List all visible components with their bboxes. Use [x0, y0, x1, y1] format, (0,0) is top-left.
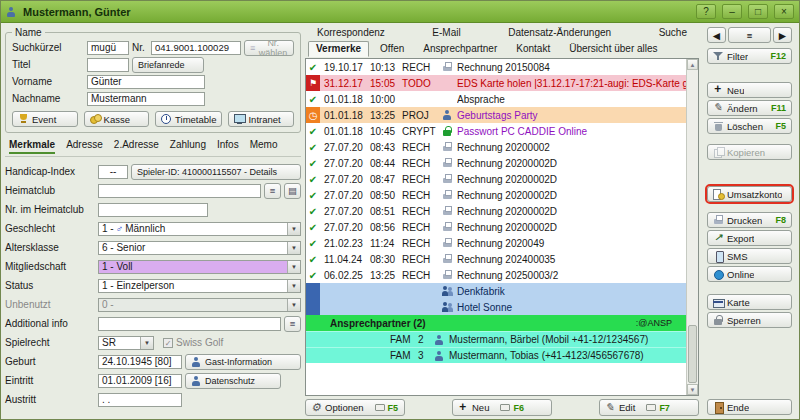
spieler-id-button[interactable]: Spieler-ID: 410000115507 - Details [131, 164, 301, 180]
table-scrollbar[interactable]: ▲ ▼ [686, 59, 698, 395]
additional-info-input[interactable] [98, 317, 281, 331]
action-button[interactable]: Filter F12 [707, 48, 792, 64]
vorname-input[interactable]: Günter [87, 75, 205, 89]
mitgliedschaft-select[interactable]: 1 - Voll ▼ [98, 260, 301, 274]
table-row[interactable]: Denkfabrik [306, 283, 686, 299]
dropdown-arrow-icon[interactable]: ▼ [140, 337, 153, 349]
table-row[interactable]: ✔ 06.02.25 13:25 RECH Rechnung 20250003/… [306, 267, 686, 283]
footer-button[interactable]: Neu F6 [452, 399, 552, 416]
status-select[interactable]: 1 - Einzelperson ▼ [98, 279, 301, 293]
maximize-button[interactable]: □ [748, 4, 768, 19]
crm-tab[interactable]: Übersicht über alles [561, 41, 665, 57]
action-button[interactable]: Ändern F11 [707, 100, 792, 116]
table-row[interactable]: ✔ 27.07.20 08:44 RECH Rechnung 20200002D [306, 155, 686, 171]
heimatclub-input[interactable] [98, 184, 261, 198]
fam-contact-row[interactable]: FAM 3 Mustermann, Tobias (+41-4123/45656… [306, 347, 686, 363]
geburt-input[interactable]: 24.10.1945 [80] [98, 355, 182, 369]
quick-action-button[interactable]: Timetable [155, 111, 222, 127]
help-button[interactable]: ? [696, 4, 716, 19]
minimize-button[interactable]: – [722, 4, 742, 19]
table-row[interactable]: ✔ 19.10.17 10:13 RECH Rechnung 20150084 [306, 59, 686, 75]
table-row[interactable]: ◷ 01.01.18 13:25 PROJ Geburtstags Party [306, 107, 686, 123]
action-button[interactable]: Export [707, 230, 792, 246]
nav-forward-button[interactable]: ▶ [773, 27, 792, 43]
crm-tab[interactable]: Offen [372, 41, 412, 57]
dropdown-arrow-icon[interactable]: ▼ [287, 280, 300, 292]
table-row[interactable]: Hotel Sonne [306, 299, 686, 315]
table-row[interactable]: ✔ 01.01.18 10:45 CRYPT Passwort PC CADDI… [306, 123, 686, 139]
nr-waehlen-button[interactable]: ≡Nr. wählen [244, 40, 294, 56]
action-button[interactable]: Löschen F5 [707, 118, 792, 134]
left-tab[interactable]: Adresse [66, 139, 103, 154]
action-button[interactable]: Kopieren [707, 144, 792, 160]
handicap-input[interactable]: -- [98, 165, 128, 179]
action-button[interactable]: Umsatzkonto [707, 186, 792, 202]
quick-action-button[interactable]: Intranet [228, 111, 294, 127]
table-row[interactable]: ✔ 21.02.23 11:24 RECH Rechnung 2020049 [306, 235, 686, 251]
fam-contact-row[interactable]: FAM 2 Mustermann, Bärbel (Mobil +41-12/1… [306, 331, 686, 347]
footer-button[interactable]: Edit F7 [599, 399, 699, 416]
action-button[interactable]: Drucken F8 [707, 212, 792, 228]
action-button[interactable]: Neu [707, 82, 792, 98]
table-row[interactable]: ✔ 11.04.24 08:30 RECH Rechnung 202400035 [306, 251, 686, 267]
quick-action-button[interactable]: Kasse [84, 111, 150, 127]
altersklasse-select[interactable]: 6 - Senior ▼ [98, 241, 301, 255]
ende-button[interactable]: Ende [707, 399, 792, 415]
scroll-up-icon[interactable]: ▲ [687, 59, 698, 70]
row-date: 01.01.18 [320, 110, 370, 121]
nachname-input[interactable]: Mustermann [87, 92, 205, 106]
nr-input[interactable]: 041.9001.100029 [151, 41, 241, 55]
row-doc-icon [442, 222, 457, 233]
briefanrede-button[interactable]: Briefanrede [132, 57, 204, 73]
row-status-icon [306, 299, 320, 315]
left-tab[interactable]: Zahlung [170, 139, 206, 154]
dropdown-arrow-icon[interactable]: ▼ [287, 242, 300, 254]
scroll-down-icon[interactable]: ▼ [687, 384, 698, 395]
austritt-input[interactable]: . . [98, 393, 182, 407]
crm-link[interactable]: Suche [659, 27, 687, 38]
suchkuerzel-input[interactable]: mugü [87, 41, 129, 55]
datenschutz-button[interactable]: Datenschutz [185, 373, 281, 389]
gast-information-button[interactable]: Gast-Information [185, 354, 301, 370]
crm-tab[interactable]: Ansprechpartner [415, 41, 505, 57]
eintritt-input[interactable]: 01.01.2009 [16] [98, 374, 182, 388]
table-row[interactable]: ✔ 27.07.20 08:43 RECH Rechnung 20200002 [306, 139, 686, 155]
action-button[interactable]: Sperren [707, 312, 792, 328]
table-row[interactable]: ✔ 27.07.20 08:50 RECH Rechnung 20200002D [306, 187, 686, 203]
left-tab[interactable]: Memo [250, 139, 278, 154]
nav-menu-button[interactable]: ≡ [728, 27, 771, 43]
table-row[interactable]: ⚑ 31.12.17 15:05 TODO EDS Karte holen |3… [306, 75, 686, 91]
crm-link[interactable]: E-Mail [432, 27, 460, 38]
close-button[interactable]: × [774, 4, 794, 19]
ansprechpartner-header[interactable]: Ansprechpartner (2) :@ANSP [306, 315, 686, 331]
table-row[interactable]: ✔ 01.01.18 10:00 Absprache [306, 91, 686, 107]
left-tab[interactable]: 2.Adresse [114, 139, 159, 154]
crm-tab[interactable]: Vermerke [308, 41, 369, 57]
heimatclub-info-button[interactable]: ▤ [284, 183, 301, 199]
crm-tab[interactable]: Kontakt [508, 41, 558, 57]
swiss-golf-checkbox[interactable]: ✓Swiss Golf [163, 337, 223, 348]
spielrecht-select[interactable]: SR ▼ [98, 336, 154, 350]
nav-back-button[interactable]: ◀ [707, 27, 726, 43]
footer-button[interactable]: Optionen F5 [305, 399, 405, 416]
table-row[interactable]: ✔ 27.07.20 08:47 RECH Rechnung 20200002D [306, 171, 686, 187]
dropdown-arrow-icon[interactable]: ▼ [287, 223, 300, 235]
crm-link[interactable]: Korrespondenz [317, 27, 385, 38]
heimatclub-list-button[interactable]: ≡ [264, 183, 281, 199]
additional-info-list-button[interactable]: ≡ [284, 316, 301, 332]
action-button[interactable]: Karte [707, 294, 792, 310]
fam-number: 2 [418, 334, 434, 345]
geschlecht-select[interactable]: 1 - ♂ Männlich ▼ [98, 222, 301, 236]
dropdown-arrow-icon[interactable]: ▼ [287, 261, 300, 273]
table-row[interactable]: ✔ 27.07.20 08:51 RECH Rechnung 20200002D [306, 203, 686, 219]
table-row[interactable]: ✔ 27.07.20 08:56 RECH Rechnung 20200002D [306, 219, 686, 235]
scrollbar-thumb[interactable] [688, 325, 697, 383]
left-tab[interactable]: Merkmale [9, 139, 55, 154]
action-button[interactable]: Online [707, 266, 792, 282]
nr-heimatclub-input[interactable] [98, 203, 208, 217]
crm-link[interactable]: Datensatz-Änderungen [508, 27, 611, 38]
left-tab[interactable]: Infos [217, 139, 239, 154]
action-button[interactable]: SMS [707, 248, 792, 264]
quick-action-button[interactable]: Event [12, 111, 78, 127]
titel-input[interactable] [87, 58, 129, 72]
